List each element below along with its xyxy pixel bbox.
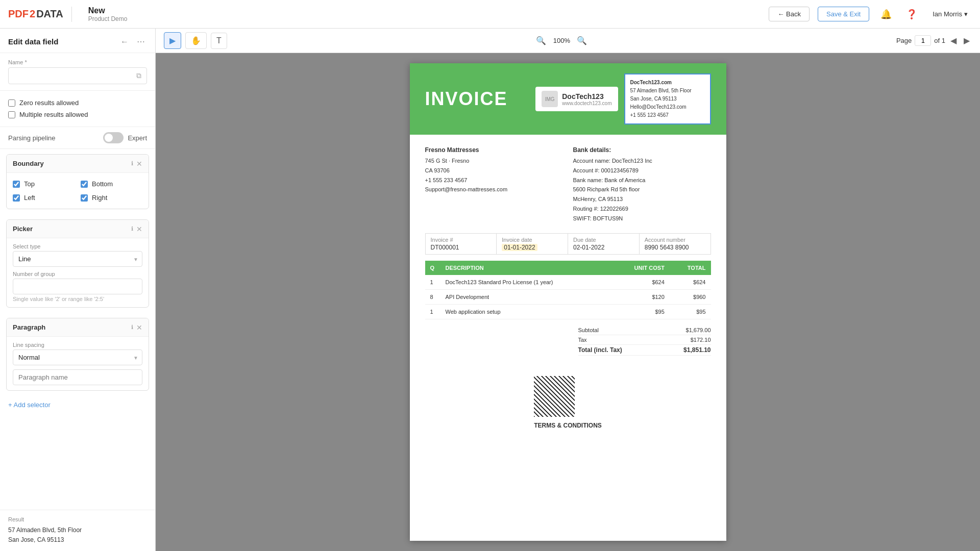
addr-line4: Hello@DocTech123.com — [630, 103, 705, 111]
addr-line1: DocTech123.com — [630, 79, 705, 87]
picker-close-button[interactable]: ✕ — [136, 226, 142, 233]
notification-icon[interactable]: 🔔 — [877, 6, 895, 23]
main-layout: Edit data field ← ⋯ Name * Contractor Ad… — [0, 29, 980, 551]
addr-line3: San Jose, CA 95113 — [630, 95, 705, 103]
tax-row: Tax $172.10 — [578, 335, 711, 345]
pdf-page: INVOICE IMG DocTech123 www.doctech123.co… — [410, 63, 726, 541]
meta-invoice-num-label: Invoice # — [431, 237, 492, 243]
company-logo-placeholder: IMG — [542, 91, 558, 107]
boundary-info-icon[interactable]: ℹ — [131, 160, 133, 167]
add-selector-button[interactable]: + Add selector — [8, 401, 51, 409]
row3-total: $95 — [670, 305, 711, 319]
boundary-bottom-checkbox[interactable] — [81, 181, 88, 188]
back-button[interactable]: ← Back — [769, 7, 810, 21]
table-header-unit-cost: UNIT COST — [611, 261, 670, 275]
page-prev-button[interactable]: ◀ — [948, 34, 959, 47]
boundary-right-row[interactable]: Right — [81, 192, 142, 204]
bank-addr2: McHenry, CA 95113 — [573, 194, 711, 204]
save-exit-button[interactable]: Save & Exit — [818, 7, 869, 21]
picker-section: Picker ℹ ✕ Select type Line Word Paragra… — [6, 219, 149, 308]
row1-q: 1 — [425, 275, 440, 290]
zoom-out-button[interactable]: 🔍 — [534, 34, 548, 47]
bank-swift: SWIFT: BOFTUS9N — [573, 214, 711, 223]
result-label: Result — [8, 516, 147, 522]
expert-toggle[interactable] — [103, 132, 124, 143]
row2-unit-cost: $120 — [611, 290, 670, 305]
meta-invoice-num: Invoice # DT000001 — [426, 234, 497, 254]
panel-header: Edit data field ← ⋯ — [0, 29, 155, 53]
back-nav-button[interactable]: ← — [118, 36, 131, 47]
boundary-title: Boundary — [13, 160, 128, 167]
boundary-right-checkbox[interactable] — [81, 194, 88, 202]
invoice-body: Fresno Mattresses 745 G St · Fresno CA 9… — [410, 135, 726, 439]
line-spacing-select[interactable]: Normal Single Double — [13, 349, 142, 365]
subtotal-row: Subtotal $1,679.00 — [578, 325, 711, 335]
copy-icon[interactable]: ⧉ — [136, 71, 141, 80]
line-spacing-wrapper: Line spacing Normal Single Double ▼ — [13, 342, 142, 365]
zoom-in-button[interactable]: 🔍 — [575, 34, 589, 47]
select-tool-button[interactable]: ▶ — [164, 32, 181, 49]
row1-unit-cost: $624 — [611, 275, 670, 290]
row3-unit-cost: $95 — [611, 305, 670, 319]
multiple-results-checkbox-row[interactable]: Multiple results allowed — [8, 109, 147, 120]
pdf-viewer[interactable]: INVOICE IMG DocTech123 www.doctech123.co… — [156, 53, 980, 551]
page-label: Page — [896, 37, 912, 44]
number-of-group-input[interactable]: 2:3 — [13, 279, 142, 294]
name-input[interactable]: Contractor Address — [14, 72, 136, 80]
paragraph-close-button[interactable]: ✕ — [136, 324, 142, 331]
row1-total: $624 — [670, 275, 711, 290]
paragraph-name-input[interactable] — [13, 369, 142, 385]
row1-desc: DocTech123 Standard Pro License (1 year) — [440, 275, 611, 290]
page-of-label: of 1 — [934, 37, 945, 44]
page-number-input[interactable] — [915, 35, 931, 46]
company-name: DocTech123 — [562, 92, 611, 101]
nav-divider — [71, 7, 72, 22]
page-next-button[interactable]: ▶ — [962, 34, 972, 47]
meta-due-date: Due date 02-01-2022 — [568, 234, 640, 254]
boundary-right-label: Right — [92, 194, 107, 202]
user-menu-button[interactable]: Ian Morris ▾ — [928, 8, 972, 20]
select-type-select[interactable]: Line Word Paragraph Block — [13, 251, 142, 267]
meta-account-num-label: Account number — [645, 237, 705, 243]
multiple-results-checkbox[interactable] — [8, 111, 15, 118]
number-of-group-label: Number of group — [13, 271, 142, 277]
boundary-top-checkbox[interactable] — [13, 181, 20, 188]
expert-label: Expert — [128, 134, 147, 142]
paragraph-title: Paragraph — [13, 323, 128, 331]
logo-2: 2 — [30, 8, 35, 20]
from-addr1: 745 G St · Fresno — [425, 156, 563, 166]
picker-header: Picker ℹ ✕ — [7, 220, 149, 238]
boundary-checkboxes: Top Bottom Left Right — [13, 178, 142, 204]
boundary-left-label: Left — [24, 194, 35, 202]
paragraph-info-icon[interactable]: ℹ — [131, 324, 133, 331]
total-row: Total (incl. Tax) $1,851.10 — [578, 345, 711, 356]
user-chevron-icon: ▾ — [964, 10, 968, 18]
boundary-bottom-row[interactable]: Bottom — [81, 178, 142, 190]
addr-line5: +1 555 123 4567 — [630, 111, 705, 119]
company-website: www.doctech123.com — [562, 101, 611, 106]
zero-results-checkbox-row[interactable]: Zero results allowed — [8, 97, 147, 109]
invoice-two-col: Fresno Mattresses 745 G St · Fresno CA 9… — [425, 145, 711, 223]
boundary-top-label: Top — [24, 180, 35, 188]
boundary-left-row[interactable]: Left — [13, 192, 75, 204]
from-name: Fresno Mattresses — [425, 145, 563, 155]
help-icon[interactable]: ❓ — [903, 6, 920, 23]
meta-due-date-value: 02-01-2022 — [573, 244, 634, 251]
result-section: Result 57 Almaden Blvd, 5th Floor San Jo… — [0, 510, 155, 551]
boundary-left-checkbox[interactable] — [13, 194, 20, 202]
paragraph-body: Line spacing Normal Single Double ▼ — [7, 337, 149, 390]
left-panel: Edit data field ← ⋯ Name * Contractor Ad… — [0, 29, 156, 551]
more-options-button[interactable]: ⋯ — [135, 36, 147, 47]
addr-line2: 57 Almaden Blvd, 5th Floor — [630, 87, 705, 95]
boundary-close-button[interactable]: ✕ — [136, 160, 142, 167]
tax-value: $172.10 — [691, 337, 711, 343]
text-tool-button[interactable]: T — [211, 33, 227, 49]
meta-invoice-date-label: Invoice date — [502, 237, 562, 243]
zero-results-checkbox[interactable] — [8, 99, 15, 107]
page-nav: Page of 1 ◀ ▶ — [896, 34, 972, 47]
picker-info-icon[interactable]: ℹ — [131, 226, 133, 232]
boundary-top-row[interactable]: Top — [13, 178, 75, 190]
pan-tool-button[interactable]: ✋ — [185, 32, 207, 49]
parsing-pipeline-label: Parsing pipeline — [8, 134, 99, 142]
address-box-wrapper: DocTech123.com 57 Almaden Blvd, 5th Floo… — [624, 73, 711, 124]
